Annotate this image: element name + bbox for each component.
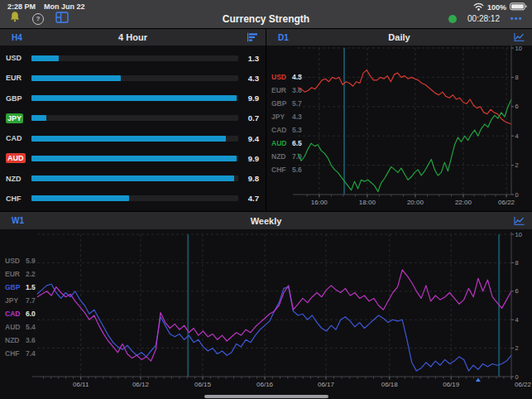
line-chart-icon[interactable]: [514, 216, 525, 225]
svg-text:06/11: 06/11: [73, 381, 89, 388]
bar-value: 4.3: [238, 74, 259, 83]
bar-chart-icon[interactable]: [247, 33, 258, 42]
svg-text:8: 8: [515, 74, 519, 81]
bar-value: 9.8: [238, 174, 259, 183]
timeframe-h4[interactable]: H4: [12, 33, 22, 42]
svg-text:06/19: 06/19: [443, 381, 460, 388]
svg-text:06/22: 06/22: [515, 381, 532, 388]
bar-row-jpy: JPY0.7: [0, 108, 266, 128]
svg-text:2: 2: [515, 344, 519, 352]
clock: 2:28 PM: [7, 2, 36, 11]
bar-value: 9.4: [238, 134, 259, 143]
bar-track: [31, 75, 238, 81]
bar-row-cad: CAD9.4: [0, 128, 266, 148]
bar-value: 9.9: [238, 94, 259, 103]
bar-row-usd: USD1.3: [0, 48, 266, 68]
bar-track: [31, 55, 238, 61]
bar-row-aud: AUD9.9: [0, 148, 266, 168]
currency-label: CHF: [6, 195, 22, 203]
currency-label: GBP: [6, 94, 22, 103]
timeframe-d1[interactable]: D1: [278, 33, 289, 42]
line-chart-icon[interactable]: [514, 33, 525, 42]
bar-track: [31, 175, 238, 181]
bar-value: 9.9: [238, 154, 259, 163]
bar-value: 1.3: [238, 54, 259, 63]
home-indicator[interactable]: [204, 395, 328, 398]
bar-value: 4.7: [238, 194, 259, 203]
svg-text:4: 4: [515, 316, 519, 324]
bar-fill: [31, 95, 237, 101]
panel-4hour-header: H4 4 Hour: [0, 29, 266, 46]
timeframe-w1[interactable]: W1: [12, 216, 24, 225]
svg-text:06/18: 06/18: [381, 381, 399, 388]
bar-fill: [31, 115, 46, 121]
panel-weekly-header: W1 Weekly: [0, 212, 532, 229]
top-bar: 2:28 PM Mon Jun 22 100% ?: [0, 0, 532, 28]
svg-text:06/12: 06/12: [132, 381, 150, 388]
currency-label: AUD: [6, 153, 26, 163]
strength-bars[interactable]: USD1.3EUR4.3GBP9.9JPY0.7CAD9.4AUD9.9NZD9…: [0, 46, 266, 211]
panel-daily: D1 Daily USD4.8EUR3.6GBP5.7JPY4.3CAD5.3A…: [266, 29, 532, 211]
svg-text:2: 2: [515, 161, 519, 169]
panel-4hour: H4 4 Hour USD1.3EUR4.3GBP9.9JPY0.7CAD9.4…: [0, 29, 266, 211]
bar-fill: [31, 55, 59, 61]
currency-label: CAD: [6, 134, 22, 142]
svg-text:0: 0: [515, 191, 519, 199]
svg-text:4: 4: [515, 132, 519, 140]
panel-4hour-title: 4 Hour: [0, 32, 266, 42]
svg-text:06/15: 06/15: [194, 381, 212, 388]
bar-track: [31, 115, 238, 121]
bar-row-nzd: NZD9.8: [0, 169, 266, 189]
currency-label: USD: [6, 54, 22, 62]
svg-text:10: 10: [515, 46, 522, 52]
bar-track: [31, 156, 238, 161]
more-menu-button[interactable]: •••: [510, 14, 523, 23]
currency-label: EUR: [6, 74, 22, 82]
bar-fill: [31, 175, 234, 181]
bar-track: [31, 136, 238, 142]
date: Mon Jun 22: [44, 2, 85, 11]
svg-text:06/17: 06/17: [318, 381, 335, 388]
connection-status-dot: [448, 15, 457, 23]
bar-track: [31, 195, 238, 201]
svg-text:20:00: 20:00: [407, 199, 424, 206]
bar-row-eur: EUR4.3: [0, 68, 266, 88]
panel-weekly: W1 Weekly USD5.9EUR2.2GBP1.5JPY7.7CAD6.0…: [0, 212, 532, 399]
panel-weekly-title: Weekly: [0, 216, 532, 226]
svg-text:16:00: 16:00: [311, 199, 328, 206]
svg-text:18:00: 18:00: [359, 199, 376, 206]
svg-text:22:00: 22:00: [455, 199, 472, 206]
bar-fill: [31, 136, 226, 142]
svg-text:06/22: 06/22: [498, 199, 515, 206]
svg-text:10: 10: [515, 231, 522, 238]
bar-fill: [31, 156, 237, 161]
daily-chart-canvas[interactable]: USD4.8EUR3.6GBP5.7JPY4.3CAD5.3AUD6.5NZD7…: [266, 46, 532, 211]
svg-text:0: 0: [515, 373, 519, 381]
bar-fill: [31, 195, 129, 201]
weekly-chart-canvas[interactable]: USD5.9EUR2.2GBP1.5JPY7.7CAD6.0AUD5.4NZD3…: [0, 229, 532, 399]
currency-label: JPY: [6, 113, 23, 123]
panel-daily-title: Daily: [266, 32, 532, 42]
bar-row-gbp: GBP9.9: [0, 89, 266, 108]
battery-percent: 100%: [487, 3, 506, 12]
status-bar-left: 2:28 PM Mon Jun 22: [7, 2, 85, 11]
bar-track: [31, 95, 238, 101]
panel-daily-header: D1 Daily: [266, 29, 532, 46]
svg-text:06/16: 06/16: [256, 381, 274, 388]
currency-label: NZD: [6, 175, 22, 183]
bar-value: 0.7: [238, 113, 259, 123]
session-timer: 00:28:12: [467, 14, 500, 23]
svg-text:8: 8: [515, 259, 519, 267]
svg-text:6: 6: [515, 103, 519, 110]
svg-text:6: 6: [515, 287, 519, 295]
bar-row-chf: CHF4.7: [0, 189, 266, 209]
bar-fill: [31, 75, 121, 81]
